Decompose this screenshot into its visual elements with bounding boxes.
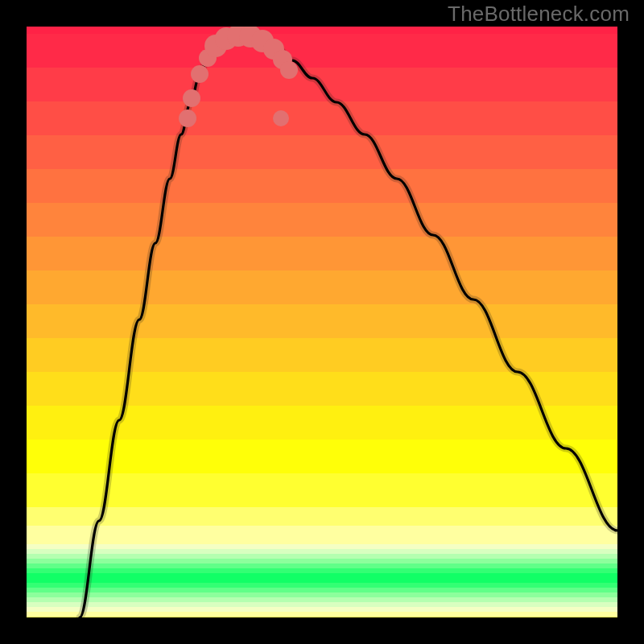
gradient-band xyxy=(27,303,617,338)
gradient-band xyxy=(27,568,617,573)
gradient-band xyxy=(27,572,617,578)
gradient-band xyxy=(27,553,617,559)
gradient-band xyxy=(27,592,617,597)
gradient-band xyxy=(27,543,617,549)
gradient-band xyxy=(27,134,617,169)
watermark-label: TheBottleneck.com xyxy=(448,2,630,27)
gradient-band xyxy=(27,168,617,203)
gradient-band xyxy=(27,236,617,270)
gradient-band xyxy=(27,548,617,554)
gradient-band xyxy=(27,563,617,568)
gradient-band xyxy=(27,101,617,135)
gradient-band xyxy=(27,506,617,526)
gradient-band xyxy=(27,270,617,304)
gradient-band xyxy=(27,202,617,237)
gradient-band xyxy=(27,577,617,583)
gradient-band xyxy=(27,597,617,602)
gradient-band xyxy=(27,611,617,617)
gradient-band xyxy=(27,473,617,507)
plot-area xyxy=(27,27,617,617)
chart-frame: TheBottleneck.com xyxy=(0,0,644,644)
gradient-band xyxy=(27,439,617,473)
gradient-band xyxy=(27,582,617,588)
gradient-band xyxy=(27,525,617,544)
gradient-band xyxy=(27,606,617,612)
gradient-band xyxy=(27,371,617,406)
gradient-band xyxy=(27,601,617,607)
gradient-band xyxy=(27,558,617,564)
gradient-band xyxy=(27,587,617,592)
gradient-band xyxy=(27,33,617,68)
gradient-band xyxy=(27,337,617,372)
gradient-band xyxy=(27,67,617,101)
gradient-band xyxy=(27,27,617,34)
gradient-band xyxy=(27,405,617,440)
